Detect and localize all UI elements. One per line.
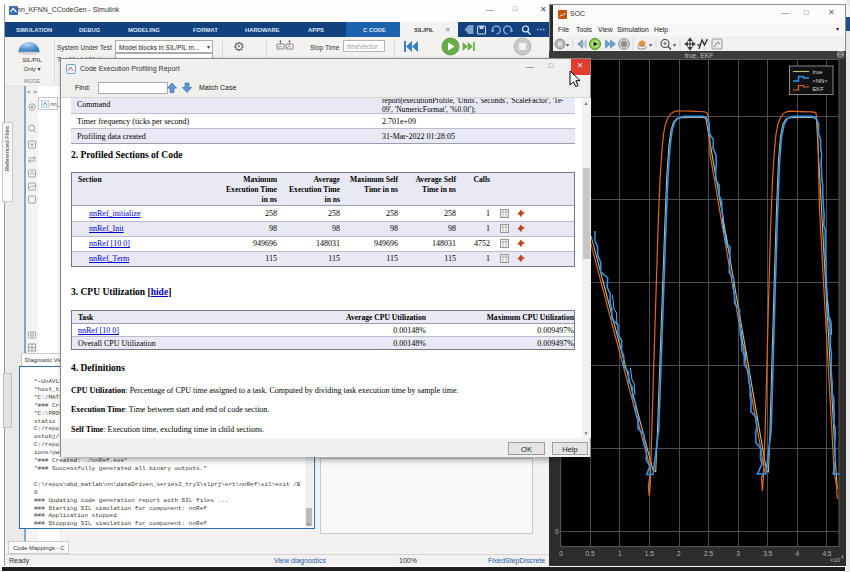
svg-text:▾: ▾ xyxy=(673,42,676,48)
svg-text:3: 3 xyxy=(736,550,740,557)
svg-text:0: 0 xyxy=(559,550,563,557)
svg-text:1: 1 xyxy=(618,550,622,557)
svg-text:4.5: 4.5 xyxy=(822,550,831,557)
svg-text:0: 0 xyxy=(555,528,559,535)
svg-text:true, EKF: true, EKF xyxy=(685,52,714,59)
svg-text:2: 2 xyxy=(677,550,681,557)
svg-text:EKF: EKF xyxy=(813,86,825,92)
svg-text:3.5: 3.5 xyxy=(763,550,772,557)
svg-text:<NN>: <NN> xyxy=(813,78,829,84)
svg-text:1.5: 1.5 xyxy=(645,550,654,557)
svg-text:▾: ▾ xyxy=(649,42,652,48)
svg-text:4: 4 xyxy=(795,550,799,557)
svg-text:2.5: 2.5 xyxy=(704,550,713,557)
svg-text:×10: ×10 xyxy=(830,557,841,563)
svg-text:true: true xyxy=(813,69,823,75)
svg-text:⋯: ⋯ xyxy=(537,25,545,34)
svg-text:0.5: 0.5 xyxy=(586,550,595,557)
svg-text:▾: ▾ xyxy=(566,42,569,48)
